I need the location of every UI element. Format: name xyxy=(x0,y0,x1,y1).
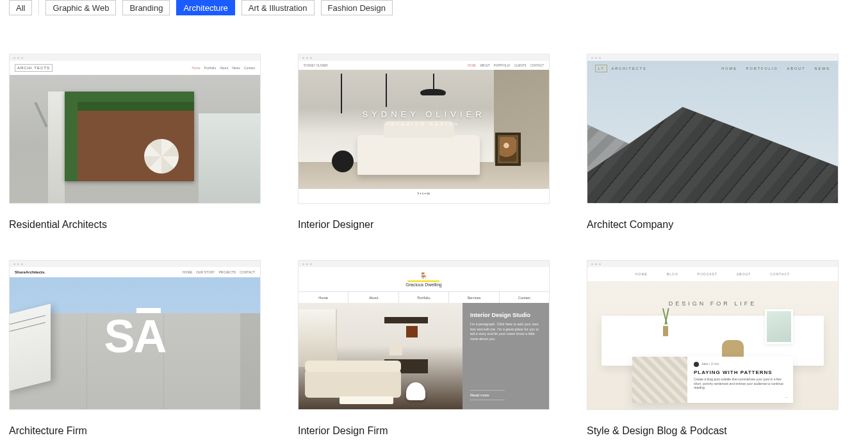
filter-fashion-design[interactable]: Fashion Design xyxy=(321,0,393,15)
mini-nav: HOME BLOG PODCAST ABOUT CONTACT xyxy=(587,267,838,281)
filter-branding[interactable]: Branding xyxy=(122,0,170,15)
mini-site-header: LTARCHITECTS HOME PORTFOLIO ABOUT NEWS xyxy=(587,61,838,76)
template-card-interior-designer[interactable]: SYDNEY OLIVIER HOME ABOUT PORTFOLIO CLIE… xyxy=(298,54,550,231)
mini-hero-image: SA xyxy=(10,277,260,409)
mini-site-header: ARCHI TECTS Home Portfolio About News Co… xyxy=(10,61,260,75)
mini-hero-image: SYDNEY OLIVIER INTERIOR DESIGN f • t • i… xyxy=(299,70,549,198)
mini-nav: HOME OUR STORY PROJECTS CONTACT xyxy=(183,270,255,274)
template-title: Architect Company xyxy=(587,219,839,231)
filter-graphic-web[interactable]: Graphic & Web xyxy=(45,0,116,15)
hero-logo: SA xyxy=(10,313,260,359)
template-title: Style & Design Blog & Podcast xyxy=(587,425,839,437)
mini-site-header: SYDNEY OLIVIER HOME ABOUT PORTFOLIO CLIE… xyxy=(299,61,549,70)
mini-site-header: 🪑 Gracious Dwelling xyxy=(299,267,549,291)
mini-nav: Home Portfolio About News Contact xyxy=(192,66,255,70)
mini-side-panel: Interior Design Studio I'm a paragraph. … xyxy=(463,303,549,409)
post-meta: Jake • 2 min xyxy=(694,362,787,367)
side-body: I'm a paragraph. Click here to add your … xyxy=(470,322,541,342)
filter-architecture[interactable]: Architecture xyxy=(176,0,234,15)
template-card-residential-architects[interactable]: ARCHI TECTS Home Portfolio About News Co… xyxy=(9,54,261,231)
mini-hero: Interior Design Studio I'm a paragraph. … xyxy=(299,303,549,409)
template-title: Interior Designer xyxy=(298,219,550,231)
template-thumbnail: SYDNEY OLIVIER HOME ABOUT PORTFOLIO CLIE… xyxy=(298,54,550,204)
template-thumbnail: ARCHI TECTS Home Portfolio About News Co… xyxy=(9,54,261,204)
mini-nav: Home About Portfolio Services Contact xyxy=(299,291,549,303)
browser-chrome-icon xyxy=(10,54,260,61)
side-title: Interior Design Studio xyxy=(470,312,541,318)
avatar-icon xyxy=(694,362,699,367)
template-title: Architecture Firm xyxy=(9,425,261,437)
template-card-architect-company[interactable]: LTARCHITECTS HOME PORTFOLIO ABOUT NEWS A… xyxy=(587,54,839,231)
mini-hero-image: LTARCHITECTS HOME PORTFOLIO ABOUT NEWS xyxy=(587,61,838,203)
mini-site-header: ShureArchitects. HOME OUR STORY PROJECTS… xyxy=(10,267,260,277)
mini-brand: ShureArchitects. xyxy=(15,270,45,274)
post-body: Create a blog post subtitle that summari… xyxy=(694,377,787,390)
browser-chrome-icon xyxy=(299,261,549,267)
browser-chrome-icon xyxy=(587,261,838,267)
template-thumbnail: HOME BLOG PODCAST ABOUT CONTACT DESIGN F… xyxy=(587,260,839,410)
template-title: Residential Architects xyxy=(9,219,261,231)
template-title: Interior Design Firm xyxy=(298,425,550,437)
post-title: PLAYING WITH PATTERNS xyxy=(694,370,787,375)
chair-icon: 🪑 xyxy=(405,272,441,279)
mini-hero-image xyxy=(299,303,463,409)
filter-all[interactable]: All xyxy=(9,0,32,15)
template-card-style-design-blog[interactable]: HOME BLOG PODCAST ABOUT CONTACT DESIGN F… xyxy=(587,260,839,437)
template-thumbnail: ShureArchitects. HOME OUR STORY PROJECTS… xyxy=(9,260,261,410)
filter-row: All Graphic & Web Branding Architecture … xyxy=(9,0,859,24)
browser-chrome-icon xyxy=(587,54,838,61)
hero-name: SYDNEY OLIVIER xyxy=(299,110,549,119)
mini-nav: HOME PORTFOLIO ABOUT NEWS xyxy=(721,67,830,70)
mini-hero-image xyxy=(10,75,260,203)
template-thumbnail: LTARCHITECTS HOME PORTFOLIO ABOUT NEWS xyxy=(587,54,839,204)
mini-post-card: Jake • 2 min PLAYING WITH PATTERNS Creat… xyxy=(632,357,793,403)
filter-art-illustration[interactable]: Art & Illustration xyxy=(242,0,315,15)
template-grid: ARCHI TECTS Home Portfolio About News Co… xyxy=(9,24,859,437)
template-card-architecture-firm[interactable]: ShureArchitects. HOME OUR STORY PROJECTS… xyxy=(9,260,261,437)
mini-brand: SYDNEY OLIVIER xyxy=(304,64,327,67)
hero-subtitle: INTERIOR DESIGN xyxy=(299,122,549,126)
mini-site-title: DESIGN FOR LIFE xyxy=(587,300,838,307)
read-more-button: Read more xyxy=(470,390,505,400)
post-image xyxy=(632,357,687,403)
mini-hero-image: DESIGN FOR LIFE Jake • 2 min PLAYING WIT… xyxy=(587,281,838,409)
more-icon: ⋯ xyxy=(785,395,788,399)
browser-chrome-icon xyxy=(299,54,549,61)
template-thumbnail: 🪑 Gracious Dwelling Home About Portfolio… xyxy=(298,260,550,410)
filter-divider xyxy=(38,0,39,15)
mini-nav: HOME ABOUT PORTFOLIO CLIENTS CONTACT xyxy=(468,64,544,67)
browser-chrome-icon xyxy=(10,261,260,267)
mini-logo: 🪑 Gracious Dwelling xyxy=(405,272,441,287)
mini-logo: ARCHI TECTS xyxy=(15,64,53,72)
mini-footer: f • t • in xyxy=(299,189,549,198)
template-card-interior-design-firm[interactable]: 🪑 Gracious Dwelling Home About Portfolio… xyxy=(298,260,550,437)
